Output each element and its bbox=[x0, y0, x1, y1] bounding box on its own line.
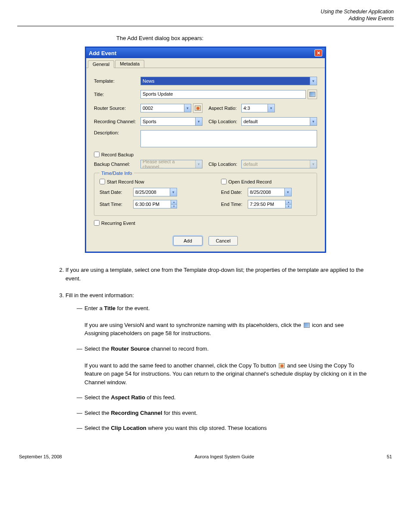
substep-aspect: Select the Aspect Ratio of this feed. bbox=[77, 393, 368, 402]
cancel-button[interactable]: Cancel bbox=[209, 236, 238, 246]
router-source-combo[interactable]: 0002 ▾ bbox=[140, 104, 191, 112]
start-record-now-label: Start Record Now bbox=[107, 179, 144, 184]
page-header-section: Adding New Events bbox=[17, 16, 394, 22]
recurring-event-label: Recurring Event bbox=[101, 221, 135, 226]
clip-location2-value: default bbox=[243, 162, 258, 167]
version-icon bbox=[309, 92, 315, 97]
title-field[interactable]: Sports Update bbox=[140, 90, 306, 99]
record-backup-checkbox[interactable] bbox=[94, 152, 100, 157]
version-icon bbox=[304, 323, 310, 328]
copy-icon bbox=[279, 363, 285, 368]
clip-location2-combo: default ▾ bbox=[241, 160, 317, 168]
recording-channel-label: Recording Channel: bbox=[94, 119, 140, 124]
add-event-dialog: Add Event ✕ General Metadata Template: N… bbox=[85, 47, 326, 253]
copy-icon bbox=[195, 106, 201, 111]
backup-channel-label: Backup Channel: bbox=[94, 162, 140, 167]
template-value: News bbox=[143, 78, 155, 84]
end-date-value: 8/25/2008 bbox=[250, 190, 271, 195]
add-button[interactable]: Add bbox=[173, 236, 202, 246]
end-time-value: 7:29:50 PM bbox=[250, 202, 274, 207]
description-field[interactable] bbox=[140, 130, 317, 147]
title-label: Title: bbox=[94, 92, 140, 97]
backup-channel-value: Please select a channel... bbox=[143, 159, 195, 169]
chevron-down-icon: ▾ bbox=[310, 160, 317, 168]
start-time-value: 6:30:00 PM bbox=[135, 202, 159, 207]
footer-title: Aurora Ingest System Guide bbox=[195, 454, 254, 459]
template-label: Template: bbox=[94, 78, 140, 84]
backup-channel-combo: Please select a channel... ▾ bbox=[140, 160, 202, 168]
recording-channel-combo[interactable]: Sports ▾ bbox=[140, 117, 202, 126]
end-time-label: End Time: bbox=[221, 202, 248, 207]
router-source-value: 0002 bbox=[143, 106, 153, 111]
aspect-ratio-value: 4:3 bbox=[243, 106, 250, 111]
substep-title: Enter a Title for the event. If you are … bbox=[77, 304, 368, 338]
version-sync-button[interactable] bbox=[308, 90, 317, 99]
spinner-icon[interactable]: ▴▾ bbox=[171, 200, 177, 208]
step-2: If you are using a template, select one … bbox=[65, 266, 368, 283]
dialog-title: Add Event bbox=[89, 50, 116, 56]
recording-channel-value: Sports bbox=[143, 119, 156, 124]
header-rule bbox=[17, 26, 394, 26]
chevron-down-icon[interactable]: ▾ bbox=[184, 104, 191, 112]
record-backup-label: Record Backup bbox=[101, 152, 134, 157]
footer-date: September 15, 2008 bbox=[19, 454, 62, 459]
substep-channel: Select the Recording Channel for this ev… bbox=[77, 409, 368, 417]
end-time-input[interactable]: 7:29:50 PM ▴▾ bbox=[248, 200, 292, 208]
start-time-label: Start Time: bbox=[100, 202, 133, 207]
chevron-down-icon[interactable]: ▾ bbox=[310, 118, 317, 125]
template-combo[interactable]: News ▾ bbox=[140, 77, 317, 85]
footer-page: 51 bbox=[387, 454, 392, 459]
close-button[interactable]: ✕ bbox=[314, 50, 322, 56]
dialog-intro-text: The Add Event dialog box appears: bbox=[116, 35, 394, 41]
start-date-label: Start Date: bbox=[100, 190, 133, 195]
spinner-icon[interactable]: ▴▾ bbox=[285, 200, 291, 208]
tab-metadata[interactable]: Metadata bbox=[115, 60, 144, 68]
substep-clip-location: Select the Clip Location where you want … bbox=[77, 424, 368, 432]
aspect-ratio-label: Aspect Ratio: bbox=[209, 106, 241, 111]
open-ended-label: Open Ended Record bbox=[228, 179, 271, 184]
end-date-label: End Date: bbox=[221, 190, 248, 195]
clip-location-value: default bbox=[243, 119, 258, 124]
clip-location-combo[interactable]: default ▾ bbox=[241, 117, 317, 126]
dialog-body: Template: News ▾ Title: Sports Update Ro… bbox=[86, 68, 325, 232]
dialog-button-row: Add Cancel bbox=[86, 232, 325, 252]
time-date-fieldset: Time/Date Info Start Record Now Open End… bbox=[94, 173, 317, 216]
tab-general[interactable]: General bbox=[88, 60, 114, 68]
clip-location-label: Clip Location: bbox=[209, 119, 241, 124]
time-date-legend: Time/Date Info bbox=[100, 171, 134, 176]
clip-location2-label: Clip Location: bbox=[209, 162, 241, 167]
chevron-down-icon: ▾ bbox=[195, 160, 202, 168]
title-value: Sports Update bbox=[143, 91, 173, 96]
chevron-down-icon[interactable]: ▾ bbox=[170, 188, 177, 196]
start-date-value: 8/25/2008 bbox=[135, 190, 156, 195]
aspect-ratio-combo[interactable]: 4:3 ▾ bbox=[241, 104, 275, 112]
start-time-input[interactable]: 6:30:00 PM ▴▾ bbox=[133, 200, 177, 208]
page-header-right: Using the Scheduler Application bbox=[17, 9, 394, 15]
start-record-now-checkbox[interactable] bbox=[100, 179, 105, 184]
copy-to-button[interactable] bbox=[193, 103, 202, 113]
chevron-down-icon[interactable]: ▾ bbox=[268, 104, 274, 112]
open-ended-checkbox[interactable] bbox=[221, 179, 227, 184]
chevron-down-icon[interactable]: ▾ bbox=[284, 188, 291, 196]
description-label: Description: bbox=[94, 130, 140, 135]
chevron-down-icon[interactable]: ▾ bbox=[310, 77, 317, 85]
step-3: Fill in the event information: Enter a T… bbox=[65, 291, 368, 432]
chevron-down-icon[interactable]: ▾ bbox=[195, 118, 202, 125]
substep-router: Select the Router Source channel to reco… bbox=[77, 345, 368, 387]
end-date-input[interactable]: 8/25/2008 ▾ bbox=[248, 188, 292, 196]
tab-strip: General Metadata bbox=[86, 58, 325, 68]
page-footer: September 15, 2008 Aurora Ingest System … bbox=[17, 454, 394, 459]
router-source-label: Router Source: bbox=[94, 106, 140, 111]
dialog-titlebar: Add Event ✕ bbox=[86, 48, 325, 58]
instruction-text: If you are using a template, select one … bbox=[56, 266, 368, 432]
recurring-event-checkbox[interactable] bbox=[94, 220, 100, 226]
start-date-input[interactable]: 8/25/2008 ▾ bbox=[133, 188, 177, 196]
